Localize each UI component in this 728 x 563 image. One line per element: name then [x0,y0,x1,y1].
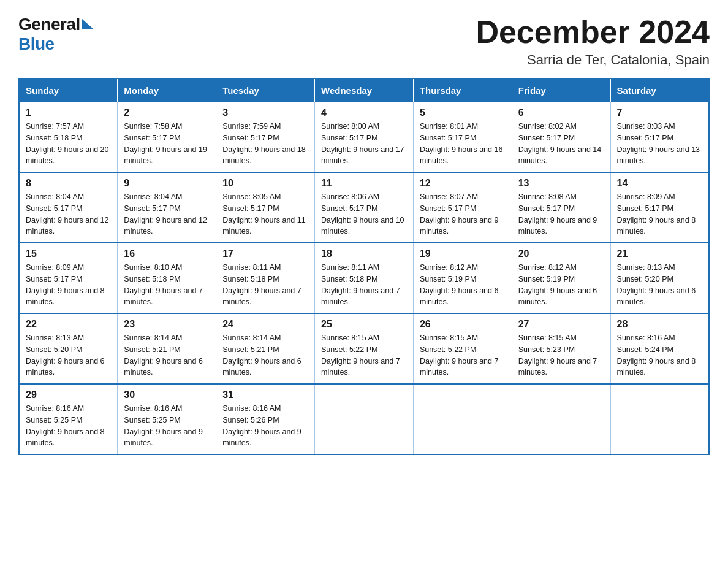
calendar-cell: 6Sunrise: 8:02 AMSunset: 5:17 PMDaylight… [512,102,610,173]
day-info: Sunrise: 8:11 AMSunset: 5:18 PMDaylight:… [222,262,308,308]
day-info: Sunrise: 8:14 AMSunset: 5:21 PMDaylight:… [124,332,210,378]
calendar-cell [413,384,512,454]
day-number: 30 [124,389,210,400]
calendar-cell: 10Sunrise: 8:05 AMSunset: 5:17 PMDayligh… [216,172,315,243]
month-title: December 2024 [476,15,710,50]
day-number: 28 [617,319,702,330]
day-number: 15 [26,248,111,259]
day-info: Sunrise: 8:05 AMSunset: 5:17 PMDaylight:… [222,191,308,237]
day-info: Sunrise: 8:15 AMSunset: 5:23 PMDaylight:… [518,332,604,378]
day-number: 19 [420,248,506,259]
column-header-monday: Monday [118,79,216,102]
day-info: Sunrise: 8:01 AMSunset: 5:17 PMDaylight:… [420,121,506,167]
day-info: Sunrise: 8:16 AMSunset: 5:26 PMDaylight:… [222,403,308,449]
column-header-wednesday: Wednesday [315,79,414,102]
day-number: 4 [321,107,407,118]
day-number: 22 [26,319,111,330]
page-header: General Blue December 2024 Sarria de Ter… [18,15,710,68]
day-info: Sunrise: 8:07 AMSunset: 5:17 PMDaylight:… [420,191,506,237]
calendar-cell: 24Sunrise: 8:14 AMSunset: 5:21 PMDayligh… [216,313,315,384]
calendar-cell [315,384,414,454]
day-number: 6 [518,107,604,118]
day-info: Sunrise: 7:58 AMSunset: 5:17 PMDaylight:… [124,121,210,167]
calendar-cell: 20Sunrise: 8:12 AMSunset: 5:19 PMDayligh… [512,243,610,313]
calendar-week-row: 29Sunrise: 8:16 AMSunset: 5:25 PMDayligh… [19,384,709,454]
calendar-table: SundayMondayTuesdayWednesdayThursdayFrid… [18,78,710,455]
day-info: Sunrise: 8:04 AMSunset: 5:17 PMDaylight:… [26,191,111,237]
calendar-week-row: 15Sunrise: 8:09 AMSunset: 5:17 PMDayligh… [19,243,709,313]
day-info: Sunrise: 8:13 AMSunset: 5:20 PMDaylight:… [617,262,702,308]
day-number: 23 [124,319,210,330]
calendar-cell: 31Sunrise: 8:16 AMSunset: 5:26 PMDayligh… [216,384,315,454]
calendar-cell: 19Sunrise: 8:12 AMSunset: 5:19 PMDayligh… [413,243,512,313]
day-number: 17 [222,248,308,259]
day-info: Sunrise: 8:16 AMSunset: 5:25 PMDaylight:… [26,403,111,449]
calendar-week-row: 1Sunrise: 7:57 AMSunset: 5:18 PMDaylight… [19,102,709,173]
day-info: Sunrise: 8:09 AMSunset: 5:17 PMDaylight:… [26,262,111,308]
calendar-cell [512,384,610,454]
day-number: 18 [321,248,407,259]
calendar-cell: 4Sunrise: 8:00 AMSunset: 5:17 PMDaylight… [315,102,414,173]
day-number: 11 [321,178,407,189]
calendar-cell: 13Sunrise: 8:08 AMSunset: 5:17 PMDayligh… [512,172,610,243]
calendar-cell: 9Sunrise: 8:04 AMSunset: 5:17 PMDaylight… [118,172,216,243]
day-number: 24 [222,319,308,330]
location-subtitle: Sarria de Ter, Catalonia, Spain [476,52,710,68]
calendar-week-row: 8Sunrise: 8:04 AMSunset: 5:17 PMDaylight… [19,172,709,243]
calendar-cell: 18Sunrise: 8:11 AMSunset: 5:18 PMDayligh… [315,243,414,313]
calendar-cell: 3Sunrise: 7:59 AMSunset: 5:17 PMDaylight… [216,102,315,173]
day-number: 14 [617,178,702,189]
day-info: Sunrise: 8:10 AMSunset: 5:18 PMDaylight:… [124,262,210,308]
calendar-cell: 27Sunrise: 8:15 AMSunset: 5:23 PMDayligh… [512,313,610,384]
day-info: Sunrise: 8:15 AMSunset: 5:22 PMDaylight:… [321,332,407,378]
calendar-cell: 26Sunrise: 8:15 AMSunset: 5:22 PMDayligh… [413,313,512,384]
day-info: Sunrise: 8:12 AMSunset: 5:19 PMDaylight:… [518,262,604,308]
calendar-cell: 1Sunrise: 7:57 AMSunset: 5:18 PMDaylight… [19,102,118,173]
calendar-cell: 7Sunrise: 8:03 AMSunset: 5:17 PMDaylight… [610,102,709,173]
calendar-cell: 12Sunrise: 8:07 AMSunset: 5:17 PMDayligh… [413,172,512,243]
day-number: 10 [222,178,308,189]
day-info: Sunrise: 8:04 AMSunset: 5:17 PMDaylight:… [124,191,210,237]
column-header-sunday: Sunday [19,79,118,102]
day-info: Sunrise: 8:00 AMSunset: 5:17 PMDaylight:… [321,121,407,167]
column-header-friday: Friday [512,79,610,102]
calendar-cell: 21Sunrise: 8:13 AMSunset: 5:20 PMDayligh… [610,243,709,313]
day-number: 13 [518,178,604,189]
day-number: 27 [518,319,604,330]
day-number: 16 [124,248,210,259]
calendar-cell: 17Sunrise: 8:11 AMSunset: 5:18 PMDayligh… [216,243,315,313]
logo-triangle-icon [82,19,93,29]
calendar-cell: 16Sunrise: 8:10 AMSunset: 5:18 PMDayligh… [118,243,216,313]
day-info: Sunrise: 7:59 AMSunset: 5:17 PMDaylight:… [222,121,308,167]
calendar-cell: 23Sunrise: 8:14 AMSunset: 5:21 PMDayligh… [118,313,216,384]
day-info: Sunrise: 8:14 AMSunset: 5:21 PMDaylight:… [222,332,308,378]
calendar-cell: 15Sunrise: 8:09 AMSunset: 5:17 PMDayligh… [19,243,118,313]
day-info: Sunrise: 8:12 AMSunset: 5:19 PMDaylight:… [420,262,506,308]
calendar-cell: 2Sunrise: 7:58 AMSunset: 5:17 PMDaylight… [118,102,216,173]
day-number: 7 [617,107,702,118]
day-number: 21 [617,248,702,259]
logo-general-text: General [18,15,80,34]
calendar-cell: 29Sunrise: 8:16 AMSunset: 5:25 PMDayligh… [19,384,118,454]
day-number: 25 [321,319,407,330]
day-info: Sunrise: 8:03 AMSunset: 5:17 PMDaylight:… [617,121,702,167]
day-info: Sunrise: 8:13 AMSunset: 5:20 PMDaylight:… [26,332,111,378]
calendar-cell: 8Sunrise: 8:04 AMSunset: 5:17 PMDaylight… [19,172,118,243]
day-info: Sunrise: 8:06 AMSunset: 5:17 PMDaylight:… [321,191,407,237]
calendar-cell [610,384,709,454]
calendar-header-row: SundayMondayTuesdayWednesdayThursdayFrid… [19,79,709,102]
calendar-cell: 5Sunrise: 8:01 AMSunset: 5:17 PMDaylight… [413,102,512,173]
day-number: 2 [124,107,210,118]
day-info: Sunrise: 8:02 AMSunset: 5:17 PMDaylight:… [518,121,604,167]
day-number: 31 [222,389,308,400]
calendar-cell: 14Sunrise: 8:09 AMSunset: 5:17 PMDayligh… [610,172,709,243]
day-number: 12 [420,178,506,189]
calendar-cell: 30Sunrise: 8:16 AMSunset: 5:25 PMDayligh… [118,384,216,454]
day-number: 5 [420,107,506,118]
day-info: Sunrise: 8:16 AMSunset: 5:24 PMDaylight:… [617,332,702,378]
day-info: Sunrise: 7:57 AMSunset: 5:18 PMDaylight:… [26,121,111,167]
title-area: December 2024 Sarria de Ter, Catalonia, … [476,15,710,68]
calendar-week-row: 22Sunrise: 8:13 AMSunset: 5:20 PMDayligh… [19,313,709,384]
calendar-cell: 25Sunrise: 8:15 AMSunset: 5:22 PMDayligh… [315,313,414,384]
calendar-cell: 22Sunrise: 8:13 AMSunset: 5:20 PMDayligh… [19,313,118,384]
